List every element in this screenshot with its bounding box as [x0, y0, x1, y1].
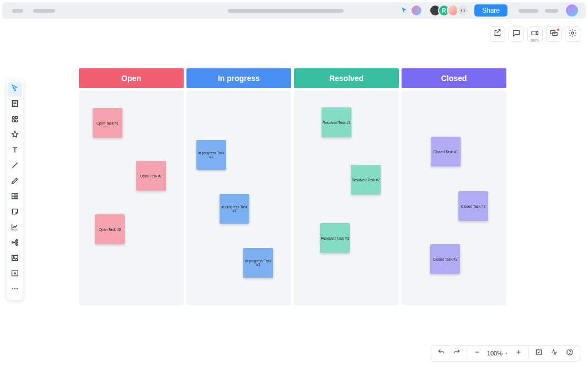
comment-icon: [512, 29, 521, 40]
bottom-toolbar: 100%: [431, 345, 580, 361]
chevron-down-icon: [504, 350, 509, 357]
column-header[interactable]: Closed: [402, 68, 506, 88]
svg-line-14: [12, 163, 17, 168]
svg-point-22: [16, 244, 18, 246]
video-chat-button[interactable]: BETA: [527, 26, 543, 42]
present-button[interactable]: [546, 26, 562, 42]
undo-icon: [437, 348, 445, 358]
redo-icon: [453, 348, 461, 358]
column-header[interactable]: Resolved: [294, 68, 399, 88]
help-button[interactable]: [563, 347, 576, 360]
top-placeholder: [12, 9, 23, 13]
kanban-column: ClosedClosed Task #1Closed Task #2Closed…: [402, 68, 506, 305]
frame-plus-icon: [10, 269, 19, 280]
more-tools[interactable]: [8, 283, 22, 297]
text-tool[interactable]: [8, 144, 22, 158]
svg-point-28: [12, 288, 13, 289]
chart-line-icon: [10, 223, 19, 234]
sticky-card[interactable]: Open Task #3: [95, 214, 125, 244]
more-collaborators-badge[interactable]: +1: [457, 4, 469, 17]
svg-point-29: [14, 288, 15, 289]
help-icon: [566, 348, 574, 358]
column-header[interactable]: Open: [79, 68, 184, 88]
table-tool[interactable]: [8, 190, 22, 204]
zoom-level[interactable]: 100%: [486, 350, 510, 357]
sticky-card[interactable]: Resolved Task #3: [320, 223, 350, 253]
templates-tool[interactable]: [8, 98, 22, 112]
image-tool[interactable]: [8, 252, 22, 266]
left-toolbar: [7, 79, 23, 300]
frame-tool[interactable]: [8, 267, 22, 282]
fit-view-button[interactable]: [532, 347, 546, 360]
sticky-card[interactable]: Closed Task #3: [430, 244, 460, 274]
svg-rect-0: [532, 31, 536, 35]
cursor-icon: [10, 84, 19, 95]
sticky-card[interactable]: In progress Task #3: [243, 248, 273, 278]
svg-point-36: [570, 353, 570, 354]
undo-button[interactable]: [435, 347, 448, 360]
column-body[interactable]: Resolved Task #1Resolved Task #2Resolved…: [294, 90, 399, 305]
settings-button[interactable]: [565, 26, 580, 42]
activity-button[interactable]: [548, 347, 561, 360]
shapes-icon: [10, 115, 19, 126]
notification-dot: [557, 29, 559, 31]
zoom-in-button[interactable]: [512, 347, 525, 360]
kanban-column: ResolvedResolved Task #1Resolved Task #2…: [294, 68, 399, 305]
sticky-card[interactable]: Open Task #2: [136, 161, 166, 191]
mindmap-tool[interactable]: [8, 236, 22, 251]
shapes-tool[interactable]: [8, 113, 22, 127]
gear-icon: [568, 29, 577, 40]
chart-tool[interactable]: [8, 221, 22, 235]
top-placeholder: [518, 9, 538, 13]
stickers-tool[interactable]: [8, 128, 22, 143]
sticky-note-icon: [10, 207, 19, 218]
svg-rect-9: [15, 116, 18, 118]
sticky-card[interactable]: In progress Task #1: [196, 140, 226, 170]
avatar-current-user[interactable]: [566, 4, 578, 17]
export-button[interactable]: [490, 26, 505, 42]
kanban-column: In progressIn progress Task #1In progres…: [186, 68, 291, 305]
svg-point-8: [12, 116, 14, 118]
sticky-note-tool[interactable]: [8, 206, 22, 220]
top-placeholder: [33, 9, 55, 13]
zoom-out-button[interactable]: [471, 347, 484, 360]
svg-point-21: [16, 242, 18, 244]
column-body[interactable]: In progress Task #1In progress Task #2In…: [186, 90, 291, 305]
svg-point-3: [571, 32, 574, 34]
column-header[interactable]: In progress: [186, 68, 291, 88]
pencil-icon: [10, 176, 19, 187]
fit-icon: [535, 348, 543, 358]
select-tool[interactable]: [8, 82, 22, 96]
text-icon: [10, 145, 19, 156]
sticky-card[interactable]: Closed Task #2: [458, 191, 488, 221]
line-tool[interactable]: [8, 159, 22, 174]
presence-cursor-icon: [400, 7, 408, 14]
sticky-card[interactable]: Resolved Task #2: [351, 165, 381, 195]
sticky-card[interactable]: In progress Task #2: [220, 194, 249, 224]
comments-button[interactable]: [509, 26, 524, 42]
sticky-card[interactable]: Open Task #1: [93, 108, 122, 138]
beta-badge: BETA: [531, 39, 539, 42]
top-placeholder: [545, 9, 558, 13]
mindmap-icon: [10, 238, 19, 249]
avatar-presence[interactable]: [410, 4, 423, 17]
zoom-value: 100%: [487, 350, 503, 357]
sticky-card[interactable]: Resolved Task #1: [322, 107, 351, 137]
svg-rect-10: [12, 120, 14, 122]
sticky-card[interactable]: Closed Task #1: [431, 137, 461, 166]
column-body[interactable]: Closed Task #1Closed Task #2Closed Task …: [402, 90, 506, 305]
pen-tool[interactable]: [8, 175, 22, 189]
video-icon: [531, 29, 539, 40]
board-title-placeholder[interactable]: [228, 9, 344, 13]
redo-button[interactable]: [450, 347, 463, 360]
kanban-column: OpenOpen Task #1Open Task #2Open Task #3: [79, 68, 184, 305]
line-icon: [10, 161, 19, 172]
grid-icon: [10, 192, 19, 203]
template-icon: [10, 99, 19, 110]
svg-point-20: [16, 240, 18, 241]
column-body[interactable]: Open Task #1Open Task #2Open Task #3: [79, 90, 184, 305]
export-icon: [493, 29, 502, 40]
svg-point-11: [15, 120, 18, 122]
share-button[interactable]: Share: [474, 4, 507, 17]
top-right-toolbar: BETA: [490, 26, 580, 42]
